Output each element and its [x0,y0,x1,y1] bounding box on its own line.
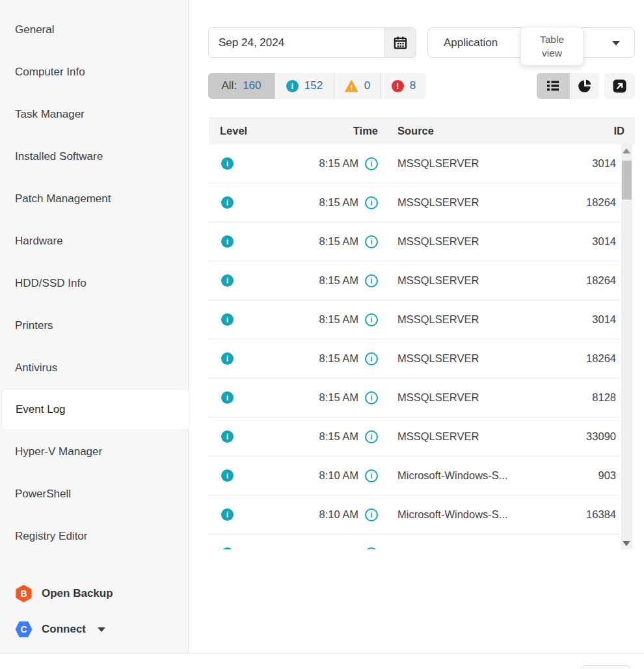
info-outline-icon[interactable]: i [365,430,378,443]
info-level-icon: i [221,391,234,404]
column-header-level[interactable]: Level [209,125,261,137]
connect-button[interactable]: C Connect [15,614,105,645]
view-toggle-group [537,73,599,99]
table-view-tooltip: Table view [520,27,584,66]
filter-warning[interactable]: ! 0 [334,73,381,99]
date-input[interactable]: Sep 24, 2024 [209,28,384,57]
event-time: 8:15 AM [319,430,358,443]
sidebar-item-computer-info[interactable]: Computer Info [0,51,188,93]
table-row[interactable]: i 8:15 AMi MSSQLSERVER 8128 [209,378,620,417]
info-outline-icon[interactable]: i [365,352,378,365]
list-view-icon [546,79,560,93]
sidebar-item-antivirus[interactable]: Antivirus [0,347,188,389]
info-outline-icon[interactable]: i [365,274,378,287]
filter-information[interactable]: i 152 [275,73,334,99]
filter-error[interactable]: ! 8 [381,73,426,99]
sidebar-item-task-manager[interactable]: Task Manager [0,93,188,135]
column-header-time[interactable]: Time [261,125,378,137]
sidebar-item-registry-editor[interactable]: Registry Editor [0,515,188,557]
connect-hexagon-icon: C [15,621,33,638]
event-source: MSSQLSERVER [378,391,543,404]
info-level-icon: i [221,313,234,326]
sidebar-item-patch-management[interactable]: Patch Management [0,177,188,220]
event-id: 33090 [543,430,620,443]
sidebar-item-powershell[interactable]: PowerShell [0,473,188,515]
event-source: MSSQLSERVER [378,430,543,443]
filter-all[interactable]: All: 160 [208,73,275,99]
sidebar-item-printers[interactable]: Printers [0,304,188,347]
table-scrollbar[interactable] [621,144,632,549]
level-filter-group: All: 160 i 152 ! 0 ! 8 [208,73,426,99]
event-source: MSSQLSERVER [378,235,543,248]
event-time: 8:10 AM [319,469,358,482]
table-row[interactable]: i 8:15 AMi MSSQLSERVER 3014 [209,144,620,183]
select-chevron-down-icon [612,41,620,46]
sidebar-item-installed-software[interactable]: Installed Software [0,135,188,177]
filter-warning-count: 0 [364,79,370,92]
info-level-icon: i [221,157,234,170]
table-row[interactable]: i 8:15 AMi MSSQLSERVER 18264 [209,183,620,222]
info-outline-icon[interactable]: i [365,235,378,248]
date-picker[interactable]: Sep 24, 2024 [208,27,416,58]
event-id: 18264 [543,352,620,365]
info-outline-icon[interactable]: i [365,508,378,521]
open-backup-label: Open Backup [42,587,113,600]
table-row[interactable]: i 8:15 AMi MSSQLSERVER 3014 [209,300,620,339]
table-row[interactable]: i 8:15 AMi MSSQLSERVER 18264 [209,261,620,300]
info-level-icon: i [221,235,234,248]
event-source: MSSQLSERVER [378,196,543,209]
calendar-button[interactable] [384,28,416,57]
column-header-source[interactable]: Source [378,125,558,137]
event-source: MSSQLSERVER [378,352,543,365]
sidebar-item-general[interactable]: General [0,8,188,51]
table-row[interactable]: i 8:10 AMi Microsoft-Windows-S... 16384 [209,495,620,534]
sidebar-item-event-log[interactable]: Event Log [1,389,190,430]
tooltip-text: Table view [534,33,570,60]
info-icon: i [286,80,299,92]
sidebar-item-hardware[interactable]: Hardware [0,220,188,262]
connect-chevron-down-icon [98,627,105,632]
warning-icon: ! [345,80,358,92]
sidebar: General Computer Info Task Manager Insta… [0,0,189,653]
event-time: 8:15 AM [319,313,358,326]
open-backup-button[interactable]: B Open Backup [15,577,113,610]
scroll-down-icon[interactable] [623,541,630,546]
table-row[interactable]: i 8:10 AMi Microsoft-Windows-S... 903 [209,456,620,495]
open-backup-hexagon-icon: B [15,585,33,603]
info-outline-icon[interactable]: i [365,391,378,404]
info-outline-icon[interactable]: i [365,196,378,209]
table-row[interactable]: i 8:15 AMi MSSQLSERVER 33090 [209,417,620,456]
event-table-header: Level Time Source ID [209,117,635,144]
event-source: MSSQLSERVER [378,157,543,170]
info-level-icon: i [221,430,234,443]
event-time: 8:15 AM [319,196,358,209]
event-time: 8:15 AM [319,235,358,248]
chart-view-button[interactable] [569,73,599,99]
table-row[interactable]: i i [209,534,620,549]
scrollbar-thumb[interactable] [622,161,632,200]
bottom-corner-button[interactable] [580,665,631,669]
info-level-icon: i [221,274,234,287]
table-row[interactable]: i 8:15 AMi MSSQLSERVER 3014 [209,222,620,261]
info-outline-icon[interactable]: i [365,157,378,170]
pie-chart-icon [577,78,593,94]
event-id: 903 [543,469,620,482]
open-in-window-button[interactable] [604,73,635,99]
info-outline-icon[interactable]: i [365,469,378,482]
filter-error-count: 8 [410,79,416,92]
event-id: 3014 [543,235,620,248]
info-outline-icon[interactable]: i [365,313,378,326]
event-time: 8:15 AM [319,391,358,404]
column-header-id[interactable]: ID [558,125,635,137]
connect-label: Connect [42,623,86,636]
sidebar-item-hdd-ssd-info[interactable]: HDD/SSD Info [0,262,188,304]
event-time: 8:15 AM [319,157,358,170]
info-level-icon: i [221,547,234,549]
scroll-up-icon[interactable] [623,148,630,153]
table-row[interactable]: i 8:15 AMi MSSQLSERVER 18264 [209,339,620,378]
table-view-button[interactable] [537,73,569,99]
sidebar-nav: General Computer Info Task Manager Insta… [0,8,188,557]
info-level-icon: i [221,508,234,521]
info-outline-icon[interactable]: i [365,547,378,550]
sidebar-item-hyperv-manager[interactable]: Hyper-V Manager [0,430,188,473]
